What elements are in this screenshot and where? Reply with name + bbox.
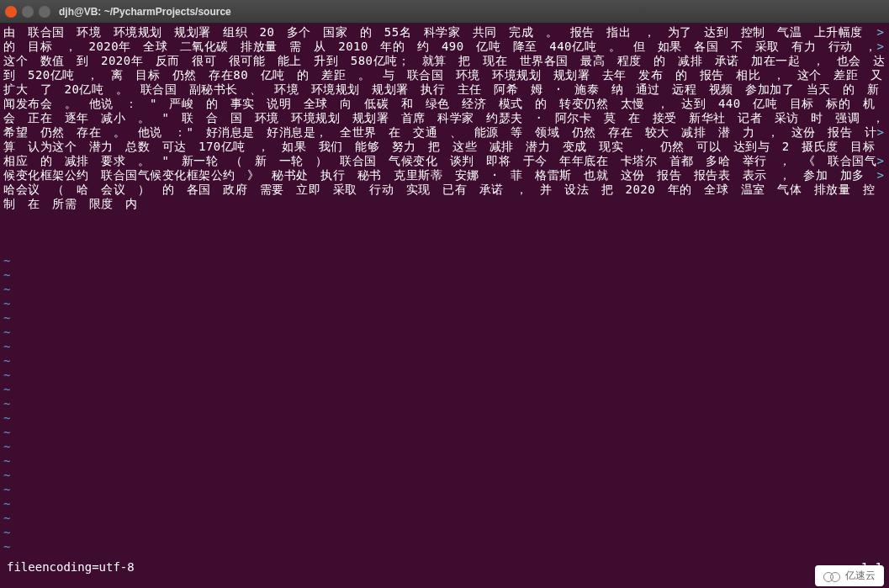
tilde-line: ~: [3, 297, 886, 311]
vim-status-line: fileencoding=utf-8 1,1: [0, 560, 889, 575]
tilde-line: ~: [3, 497, 886, 511]
tilde-line: ~: [3, 283, 886, 297]
watermark-badge: 亿速云: [815, 565, 884, 586]
tilde-line: ~: [3, 483, 886, 497]
close-icon[interactable]: [5, 6, 17, 18]
editor-text-area[interactable]: 由 联合国 环境 环境规划 规划署 组织 20 多个 国家 的 55名 科学家 …: [3, 25, 886, 254]
wrap-indicator-icon: >: [877, 25, 884, 40]
terminal-body[interactable]: 由 联合国 环境 环境规划 规划署 组织 20 多个 国家 的 55名 科学家 …: [0, 24, 889, 588]
tilde-line: ~: [3, 397, 886, 411]
tilde-line: ~: [3, 426, 886, 440]
tilde-line: ~: [3, 254, 886, 268]
file-encoding: fileencoding=utf-8: [7, 560, 135, 575]
wrap-indicator-icon: >: [877, 154, 884, 168]
tilde-line: ~: [3, 383, 886, 397]
tilde-line: ~: [3, 326, 886, 340]
tilde-line: ~: [3, 411, 886, 426]
maximize-icon[interactable]: [39, 6, 50, 18]
wrap-indicator-icon: >: [877, 125, 884, 140]
terminal-window: djh@VB: ~/PycharmProjects/source 由 联合国 环…: [0, 0, 889, 588]
vim-empty-lines: ~ ~ ~ ~ ~ ~ ~ ~ ~ ~ ~ ~ ~ ~ ~ ~ ~ ~ ~ ~ …: [3, 254, 886, 554]
wrap-indicator-icon: >: [877, 168, 884, 183]
tilde-line: ~: [3, 354, 886, 368]
tilde-line: ~: [3, 454, 886, 469]
tilde-line: ~: [3, 311, 886, 326]
titlebar[interactable]: djh@VB: ~/PycharmProjects/source: [0, 0, 889, 24]
file-content[interactable]: 由 联合国 环境 环境规划 规划署 组织 20 多个 国家 的 55名 科学家 …: [3, 25, 886, 211]
tilde-line: ~: [3, 469, 886, 483]
cloud-icon: [823, 570, 842, 582]
watermark-text: 亿速云: [845, 569, 876, 583]
tilde-line: ~: [3, 540, 886, 554]
tilde-line: ~: [3, 340, 886, 354]
tilde-line: ~: [3, 526, 886, 540]
minimize-icon[interactable]: [22, 6, 34, 18]
tilde-line: ~: [3, 440, 886, 454]
wrap-indicator-icon: >: [877, 40, 884, 54]
tilde-line: ~: [3, 511, 886, 526]
tilde-line: ~: [3, 268, 886, 283]
tilde-line: ~: [3, 368, 886, 383]
window-title: djh@VB: ~/PycharmProjects/source: [59, 6, 231, 18]
